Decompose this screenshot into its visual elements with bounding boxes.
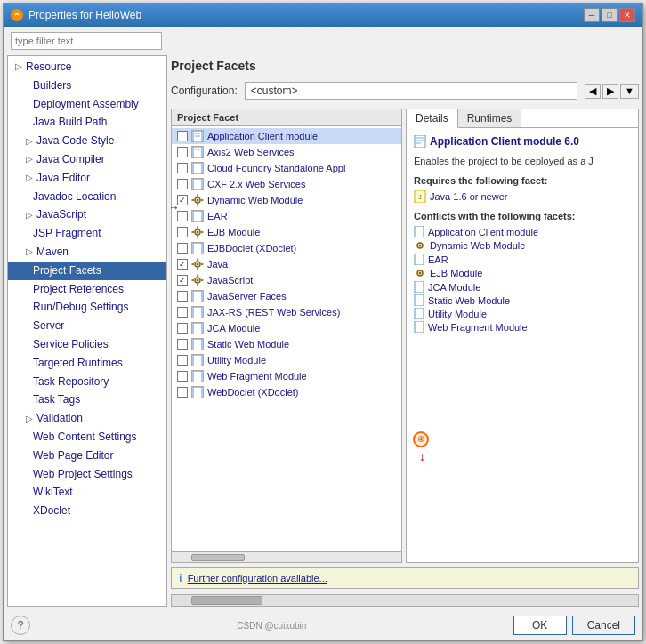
sidebar-item-javascript[interactable]: ▷ JavaScript — [8, 205, 166, 224]
facet-checkbox[interactable] — [177, 147, 188, 157]
minimize-button[interactable]: ─ — [584, 8, 600, 22]
facet-item[interactable]: Axis2 Web Services — [172, 144, 401, 160]
sidebar-item-java-compiler[interactable]: ▷ Java Compiler — [8, 150, 166, 169]
facet-label: JAX-RS (REST Web Services) — [207, 307, 396, 318]
facet-checkbox[interactable] — [177, 371, 188, 382]
help-button[interactable]: ? — [11, 616, 30, 635]
details-conflicts: Conflicts with the following facets: App… — [414, 211, 631, 334]
facet-checkbox[interactable] — [177, 243, 188, 254]
facet-checkbox[interactable] — [177, 339, 188, 350]
facet-checkbox[interactable] — [177, 131, 188, 141]
sidebar-item-web-project-settings[interactable]: Web Project Settings — [8, 465, 166, 484]
facet-checkbox[interactable] — [177, 355, 188, 366]
sidebar-item-project-facets[interactable]: Project Facets — [8, 262, 166, 280]
sidebar-item-builders[interactable]: Builders — [8, 76, 166, 95]
further-config-link[interactable]: Further configuration available... — [188, 573, 327, 584]
sidebar-item-task-tags[interactable]: Task Tags — [8, 390, 166, 409]
sidebar-item-java-editor[interactable]: ▷ Java Editor — [8, 169, 166, 188]
sidebar-item-java-code-style[interactable]: ▷ Java Code Style — [8, 132, 166, 150]
svg-rect-14 — [193, 211, 202, 222]
svg-rect-55 — [415, 308, 424, 319]
sidebar-item-server[interactable]: Server — [8, 317, 166, 335]
facet-item[interactable]: Web Fragment Module — [172, 368, 401, 384]
details-description: Enables the project to be deployed as a … — [414, 155, 631, 168]
close-button[interactable]: ✕ — [619, 8, 635, 22]
sidebar-item-project-references[interactable]: Project References — [8, 280, 166, 299]
sidebar-item-wikitext[interactable]: WikiText — [8, 483, 166, 502]
facet-checkbox[interactable]: ✓ — [177, 275, 188, 286]
facet-checkbox[interactable]: ✓ — [177, 259, 188, 270]
doc-icon — [191, 386, 204, 398]
facet-item[interactable]: CXF 2.x Web Services — [172, 176, 401, 192]
sidebar-item-run-debug[interactable]: Run/Debug Settings — [8, 298, 166, 317]
facet-item[interactable]: EAR — [172, 208, 401, 224]
sidebar-item-javadoc-location[interactable]: Javadoc Location — [8, 188, 166, 206]
sidebar-item-java-build-path[interactable]: Java Build Path — [8, 113, 166, 132]
sidebar-item-jsp-fragment[interactable]: JSP Fragment — [8, 224, 166, 243]
sidebar-item-label: Web Page Editor — [33, 448, 114, 463]
maximize-button[interactable]: □ — [602, 8, 618, 22]
svg-rect-4 — [193, 147, 202, 158]
facet-item[interactable]: Cloud Foundry Standalone Appl — [172, 160, 401, 176]
facets-horizontal-scrollbar[interactable]: ④ ↓ — [172, 551, 401, 562]
svg-rect-40 — [193, 387, 202, 398]
facet-checkbox[interactable] — [177, 323, 188, 334]
conflict-item: EJB Module — [414, 266, 631, 280]
sidebar-item-task-repository[interactable]: Task Repository — [8, 373, 166, 391]
cancel-button[interactable]: Cancel — [572, 616, 635, 635]
facet-item-dynamic-web[interactable]: ✓ Dynami — [172, 192, 401, 208]
facet-item[interactable]: EJB Module — [172, 224, 401, 240]
sidebar-item-web-page-editor[interactable]: Web Page Editor — [8, 447, 166, 465]
details-panel: Details Runtimes Application Client modu… — [406, 109, 639, 563]
svg-rect-11 — [197, 204, 198, 206]
svg-point-23 — [197, 263, 199, 266]
expand-arrow: ▷ — [26, 209, 33, 221]
sidebar-item-validation[interactable]: ▷ Validation — [8, 409, 166, 428]
sidebar-item-web-content-settings[interactable]: Web Content Settings — [8, 428, 166, 447]
doc-icon — [414, 226, 424, 237]
facet-checkbox[interactable] — [177, 307, 188, 318]
facet-checkbox[interactable] — [177, 387, 188, 398]
ok-button[interactable]: OK — [513, 616, 567, 635]
conflict-item-text: Web Fragment Module — [428, 322, 528, 333]
scrollbar-thumb — [191, 554, 245, 561]
config-nav-forward[interactable]: ▶ — [602, 84, 618, 99]
doc-icon — [191, 210, 204, 222]
tab-details[interactable]: Details — [407, 109, 458, 128]
facet-item[interactable]: Application Client module — [172, 128, 401, 144]
facet-item[interactable]: Utility Module — [172, 352, 401, 368]
config-nav-back[interactable]: ◀ — [585, 84, 601, 99]
watermark: CSDN @cuixubin — [237, 621, 306, 631]
facet-item[interactable]: WebDoclet (XDoclet) — [172, 384, 401, 400]
facet-item-javascript[interactable]: ✓ JavaSc — [172, 272, 401, 288]
sidebar-item-resource[interactable]: ▷ Resource — [8, 58, 166, 76]
sidebar-item-label: Project Facets — [33, 263, 101, 278]
facet-checkbox[interactable] — [177, 179, 188, 189]
facet-item-java[interactable]: ✓ Java — [172, 256, 401, 272]
facet-checkbox[interactable] — [177, 163, 188, 173]
sidebar-item-targeted-runtimes[interactable]: Targeted Runtimes — [8, 354, 166, 373]
sidebar-item-deployment-assembly[interactable]: Deployment Assembly — [8, 95, 166, 114]
sidebar-item-maven[interactable]: ▷ Maven — [8, 243, 166, 262]
facet-item[interactable]: JAX-RS (REST Web Services) — [172, 304, 401, 320]
facet-label: Java — [207, 259, 396, 270]
svg-rect-30 — [197, 275, 198, 278]
conflict-item-text: JCA Module — [428, 282, 480, 293]
sidebar-item-xdoclet[interactable]: XDoclet — [8, 502, 166, 520]
facet-checkbox[interactable] — [177, 227, 188, 237]
facet-item[interactable]: EJBDoclet (XDoclet) — [172, 240, 401, 256]
bottom-scrollbar[interactable] — [171, 594, 639, 607]
facet-item[interactable]: Static Web Module — [172, 336, 401, 352]
tab-runtimes[interactable]: Runtimes — [458, 109, 522, 127]
facet-checkbox[interactable] — [177, 291, 188, 302]
config-dropdown[interactable]: ▼ — [620, 84, 639, 99]
svg-rect-47 — [415, 226, 424, 237]
gear-icon — [414, 239, 426, 252]
sidebar-item-service-policies[interactable]: Service Policies — [8, 335, 166, 354]
facet-item[interactable]: JCA Module — [172, 320, 401, 336]
facet-item[interactable]: JavaServer Faces — [172, 288, 401, 304]
sidebar-item-label: Web Project Settings — [33, 467, 133, 482]
conflict-item: Web Fragment Module — [414, 320, 631, 334]
filter-input[interactable] — [11, 32, 162, 50]
sidebar-item-label: Run/Debug Settings — [33, 300, 128, 315]
